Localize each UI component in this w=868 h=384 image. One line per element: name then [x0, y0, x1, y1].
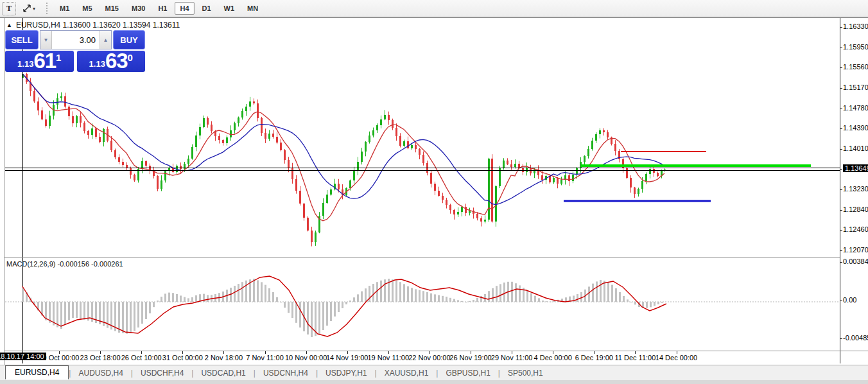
price-axis-label: 1.12070: [843, 246, 868, 254]
chart-tab-gbpusd-h1[interactable]: GBPUSD,H1: [438, 367, 498, 379]
time-axis-label: 2 Nov 18:00: [205, 354, 243, 362]
chart-tab-sp500-h1[interactable]: SP500,H1: [500, 367, 551, 379]
time-axis-label: 31 Oct 00:00: [162, 354, 203, 362]
crosshair-price-label: 1.13649: [843, 164, 868, 172]
price-axis-label: 1.12840: [843, 205, 868, 213]
volume-spinner: ▼ ▲: [40, 30, 112, 49]
sell-price-display[interactable]: 1.13 61 1: [5, 51, 74, 72]
price-axis-label: 1.14010: [843, 144, 868, 152]
volume-increase-button[interactable]: ▲: [100, 31, 111, 49]
time-axis-label: 26 Nov 19:00: [449, 354, 491, 362]
chart-tab-audusd-h4[interactable]: AUDUSD,H4: [71, 367, 130, 379]
sell-button[interactable]: SELL: [5, 30, 39, 49]
trade-widget-price-row: 1.13 61 1 1.13 63 0: [5, 51, 145, 72]
price-axis-label: 1.15560: [843, 63, 868, 71]
buy-price-point: 0: [128, 52, 133, 63]
buy-price-prefix: 1.13: [89, 59, 105, 69]
price-axis-label: 1.16330: [843, 22, 868, 30]
price-axis-label: 1.15950: [843, 43, 868, 51]
time-axis-label: 14 Dec 00:00: [655, 354, 697, 362]
time-axis-label: 4 Dec 00:00: [534, 354, 572, 362]
time-axis-label: 22 Nov 00:00: [408, 354, 450, 362]
one-click-trading-widget: SELL ▼ ▲ BUY 1.13 61 1 1.13 63 0: [5, 30, 145, 72]
chart-tab-usdcad-h1[interactable]: USDCAD,H1: [193, 367, 253, 379]
time-axis-label: 7 Nov 11:00: [246, 354, 284, 362]
sell-price-point: 1: [56, 52, 61, 63]
volume-decrease-button[interactable]: ▼: [40, 31, 52, 49]
macd-axis-label: -0.004856: [843, 334, 868, 342]
window-bottom-edge: [0, 380, 868, 384]
time-axis-divider: [4, 351, 868, 351]
time-axis-label: 19 Nov 11:00: [367, 354, 409, 362]
macd-axis-label: 0.003847: [843, 257, 868, 265]
time-axis-label: 29 Nov 11:00: [491, 354, 533, 362]
chart-tab-bar: EURUSD,H4|AUDUSD,H4|USDCHF,H4|USDCAD,H1|…: [0, 365, 868, 380]
macd-axis-label: 0.00: [843, 296, 856, 304]
crosshair-time-label: 2018.10.17 14:00: [0, 353, 46, 360]
time-axis-label: 11 Dec 11:00: [614, 354, 655, 362]
chart-tab-usdcnh-h4[interactable]: USDCNH,H4: [256, 367, 316, 379]
time-axis-label: 6 Dec 19:00: [575, 354, 613, 362]
collapse-panel-arrow-icon[interactable]: ▲: [6, 22, 12, 28]
chart-tab-eurusd-h4[interactable]: EURUSD,H4: [5, 365, 69, 380]
price-axis-label: 1.14390: [843, 124, 868, 132]
price-axis-label: 1.15170: [843, 83, 868, 91]
pane-splitter[interactable]: [4, 257, 840, 257]
macd-indicator-label: MACD(12,26,9) -0.000156 -0.000261: [6, 260, 123, 268]
time-axis-label: 10 Nov 00:00: [285, 354, 327, 362]
buy-price-pips: 63: [105, 51, 128, 71]
price-axis-label: 1.14780: [843, 104, 868, 112]
price-axis-label: 1.12460: [843, 225, 868, 233]
buy-price-display[interactable]: 1.13 63 0: [77, 51, 146, 72]
time-axis-label: 26 Oct 10:00: [121, 354, 162, 362]
time-axis-label: 14 Nov 19:00: [326, 354, 368, 362]
chart-title-text: EURUSD,H4 1.13600 1.13620 1.13594 1.1361…: [16, 21, 180, 30]
chart-tab-xauusd-h1[interactable]: XAUUSD,H1: [377, 367, 437, 379]
sell-price-pips: 61: [33, 51, 56, 71]
price-axis-label: 1.13230: [843, 185, 868, 193]
chart-tab-usdjpy-h1[interactable]: USDJPY,H1: [318, 367, 374, 379]
sell-price-prefix: 1.13: [17, 59, 33, 69]
chart-tab-usdchf-h4[interactable]: USDCHF,H4: [133, 367, 191, 379]
trade-widget-top-row: SELL ▼ ▲ BUY: [5, 30, 145, 49]
volume-input[interactable]: [52, 31, 100, 49]
buy-button[interactable]: BUY: [113, 30, 145, 49]
chart-title: ▲ EURUSD,H4 1.13600 1.13620 1.13594 1.13…: [6, 21, 180, 30]
price-axis-divider: [840, 18, 840, 363]
time-axis-label: 23 Oct 18:00: [80, 354, 121, 362]
